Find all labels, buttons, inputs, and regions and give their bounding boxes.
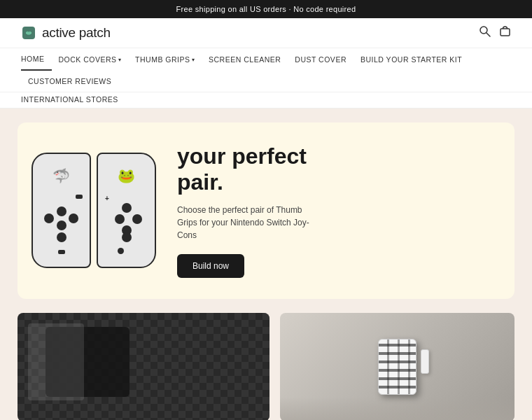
dpad-button bbox=[44, 214, 54, 223]
bottom-product-section bbox=[0, 313, 532, 420]
screen-cleaner-image bbox=[18, 313, 270, 420]
plus-button: + bbox=[105, 195, 109, 202]
chevron-down-icon: ▾ bbox=[118, 57, 122, 63]
nav-item-screen-cleaner[interactable]: SCREEN CLEANER bbox=[202, 49, 288, 70]
side-device bbox=[421, 349, 429, 374]
dpad-button bbox=[57, 206, 66, 216]
logo-text: active patch bbox=[42, 25, 111, 41]
hero-image-area: 🦈 🐸 + bbox=[31, 153, 156, 268]
joycon-right: 🐸 + bbox=[97, 153, 156, 268]
logo-icon bbox=[21, 25, 36, 41]
header-icons bbox=[479, 25, 511, 41]
dock-device-container bbox=[378, 339, 416, 395]
right-button bbox=[132, 214, 142, 224]
stick-button bbox=[122, 232, 132, 242]
shark-grip: 🦈 bbox=[51, 165, 72, 186]
cart-icon[interactable] bbox=[499, 25, 511, 41]
top-button bbox=[122, 203, 132, 213]
nav-item-international-stores[interactable]: INTERNATIONAL STORES bbox=[21, 95, 118, 107]
left-button bbox=[115, 214, 125, 224]
plaid-vertical bbox=[379, 340, 416, 394]
svg-rect-3 bbox=[500, 29, 510, 36]
reflection-effect bbox=[280, 397, 514, 420]
screenshot-button bbox=[58, 250, 65, 254]
nav-item-dock-covers[interactable]: DOCK COVERS ▾ bbox=[52, 49, 129, 70]
svg-line-2 bbox=[486, 33, 490, 36]
header: active patch bbox=[0, 18, 532, 48]
hero-section: 🦈 🐸 + bbox=[18, 122, 514, 299]
dock-cover-image bbox=[280, 313, 514, 420]
nav-row2: INTERNATIONAL STORES bbox=[0, 92, 532, 108]
dock-device bbox=[378, 339, 416, 395]
home-button bbox=[118, 248, 124, 254]
hero-text: your perfectpair. Choose the perfect pai… bbox=[156, 144, 486, 278]
nav-item-build-starter-kit[interactable]: BUILD YOUR STARTER KIT bbox=[354, 49, 469, 70]
nav-item-dust-cover[interactable]: DUST COVER bbox=[288, 49, 354, 70]
logo-area[interactable]: active patch bbox=[21, 25, 111, 41]
dpad-button bbox=[57, 220, 66, 230]
build-now-button[interactable]: Build now bbox=[177, 254, 244, 278]
nav-item-thumb-grips[interactable]: THUMB GRIPS ▾ bbox=[128, 49, 202, 70]
hero-subtext: Choose the perfect pair of Thumb Grips f… bbox=[177, 204, 317, 241]
screen-cleaner-cloth bbox=[28, 323, 84, 400]
hero-heading: your perfectpair. bbox=[177, 144, 486, 195]
announcement-text: Free shipping on all US orders · No code… bbox=[176, 5, 356, 13]
stick-button bbox=[57, 232, 66, 242]
nav-item-customer-reviews[interactable]: CUSTOMER REVIEWS bbox=[21, 71, 118, 92]
dpad-button bbox=[69, 214, 78, 223]
search-icon[interactable] bbox=[479, 25, 491, 41]
joycon-left: 🦈 bbox=[31, 153, 91, 268]
nav-item-home[interactable]: HOME bbox=[21, 48, 52, 71]
chevron-down-icon: ▾ bbox=[192, 57, 195, 63]
announcement-bar: Free shipping on all US orders · No code… bbox=[0, 0, 532, 18]
duck-grip: 🐸 bbox=[116, 165, 137, 186]
nav-row1: HOME DOCK COVERS ▾ THUMB GRIPS ▾ SCREEN … bbox=[0, 48, 532, 92]
minus-button bbox=[76, 195, 83, 199]
